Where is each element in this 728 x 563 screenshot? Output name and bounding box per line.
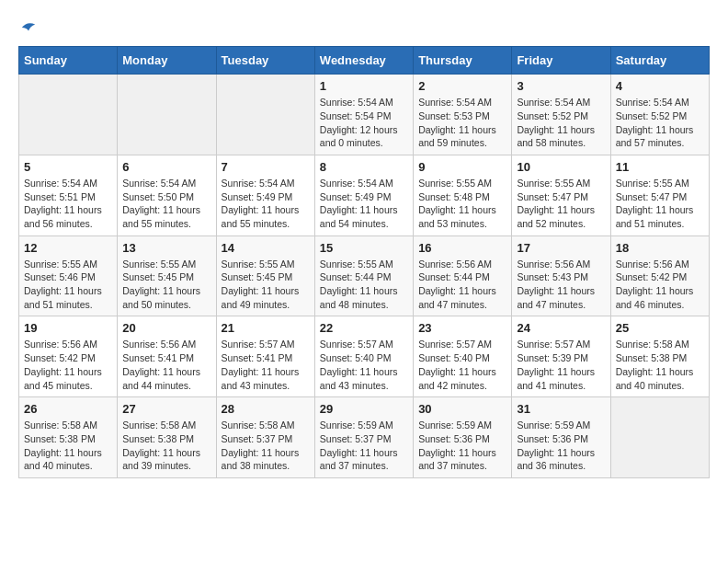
day-info: Sunrise: 5:55 AMSunset: 5:44 PMDaylight:… [320, 258, 408, 312]
day-info: Sunrise: 5:54 AMSunset: 5:53 PMDaylight:… [418, 96, 506, 150]
calendar-cell: 2Sunrise: 5:54 AMSunset: 5:53 PMDaylight… [414, 75, 512, 155]
calendar-cell [216, 75, 314, 155]
day-info: Sunrise: 5:55 AMSunset: 5:45 PMDaylight:… [222, 258, 310, 312]
day-info: Sunrise: 5:54 AMSunset: 5:52 PMDaylight:… [616, 96, 704, 150]
calendar-cell: 30Sunrise: 5:59 AMSunset: 5:36 PMDayligh… [414, 397, 512, 478]
day-info: Sunrise: 5:57 AMSunset: 5:40 PMDaylight:… [418, 338, 506, 392]
day-number: 27 [122, 402, 210, 416]
calendar-cell: 28Sunrise: 5:58 AMSunset: 5:37 PMDayligh… [216, 397, 314, 478]
day-number: 16 [418, 241, 506, 255]
day-info: Sunrise: 5:55 AMSunset: 5:46 PMDaylight:… [24, 258, 112, 312]
day-number: 15 [320, 241, 408, 255]
calendar-cell: 15Sunrise: 5:55 AMSunset: 5:44 PMDayligh… [314, 236, 413, 316]
calendar-cell: 21Sunrise: 5:57 AMSunset: 5:41 PMDayligh… [216, 316, 314, 397]
calendar-cell: 29Sunrise: 5:59 AMSunset: 5:37 PMDayligh… [314, 397, 413, 478]
calendar-cell: 3Sunrise: 5:54 AMSunset: 5:52 PMDaylight… [512, 75, 610, 155]
day-number: 25 [616, 321, 704, 335]
day-number: 1 [320, 79, 408, 93]
weekday-header-sunday: Sunday [19, 47, 118, 75]
calendar-cell: 10Sunrise: 5:55 AMSunset: 5:47 PMDayligh… [512, 155, 610, 236]
calendar-cell [610, 397, 709, 478]
day-info: Sunrise: 5:58 AMSunset: 5:38 PMDaylight:… [616, 338, 704, 392]
weekday-header-wednesday: Wednesday [314, 47, 413, 75]
logo [18, 18, 37, 37]
day-info: Sunrise: 5:58 AMSunset: 5:38 PMDaylight:… [122, 419, 210, 473]
weekday-header-tuesday: Tuesday [216, 47, 314, 75]
day-info: Sunrise: 5:58 AMSunset: 5:38 PMDaylight:… [24, 419, 112, 473]
calendar-cell: 7Sunrise: 5:54 AMSunset: 5:49 PMDaylight… [216, 155, 314, 236]
calendar-cell: 26Sunrise: 5:58 AMSunset: 5:38 PMDayligh… [19, 397, 118, 478]
day-number: 14 [222, 241, 310, 255]
day-number: 2 [418, 79, 506, 93]
day-number: 26 [24, 402, 112, 416]
calendar-cell: 4Sunrise: 5:54 AMSunset: 5:52 PMDaylight… [610, 75, 709, 155]
day-number: 21 [222, 321, 310, 335]
calendar-cell: 23Sunrise: 5:57 AMSunset: 5:40 PMDayligh… [414, 316, 512, 397]
weekday-header-monday: Monday [118, 47, 216, 75]
day-number: 9 [418, 160, 506, 174]
calendar-cell: 13Sunrise: 5:55 AMSunset: 5:45 PMDayligh… [118, 236, 216, 316]
day-number: 18 [616, 241, 704, 255]
day-number: 19 [24, 321, 112, 335]
day-info: Sunrise: 5:57 AMSunset: 5:41 PMDaylight:… [222, 338, 310, 392]
calendar-cell: 8Sunrise: 5:54 AMSunset: 5:49 PMDaylight… [314, 155, 413, 236]
day-number: 20 [122, 321, 210, 335]
day-info: Sunrise: 5:59 AMSunset: 5:37 PMDaylight:… [320, 419, 408, 473]
day-info: Sunrise: 5:55 AMSunset: 5:45 PMDaylight:… [122, 258, 210, 312]
logo-text [18, 18, 37, 40]
day-info: Sunrise: 5:55 AMSunset: 5:47 PMDaylight:… [616, 177, 704, 231]
day-info: Sunrise: 5:59 AMSunset: 5:36 PMDaylight:… [517, 419, 605, 473]
day-info: Sunrise: 5:57 AMSunset: 5:39 PMDaylight:… [517, 338, 605, 392]
day-number: 17 [517, 241, 605, 255]
day-number: 30 [418, 402, 506, 416]
calendar-week-row: 1Sunrise: 5:54 AMSunset: 5:54 PMDaylight… [19, 75, 710, 155]
calendar-cell: 22Sunrise: 5:57 AMSunset: 5:40 PMDayligh… [314, 316, 413, 397]
calendar-cell: 19Sunrise: 5:56 AMSunset: 5:42 PMDayligh… [19, 316, 118, 397]
page-header [18, 18, 710, 37]
calendar-cell: 24Sunrise: 5:57 AMSunset: 5:39 PMDayligh… [512, 316, 610, 397]
calendar-cell: 25Sunrise: 5:58 AMSunset: 5:38 PMDayligh… [610, 316, 709, 397]
day-number: 13 [122, 241, 210, 255]
calendar-cell: 6Sunrise: 5:54 AMSunset: 5:50 PMDaylight… [118, 155, 216, 236]
calendar-cell: 16Sunrise: 5:56 AMSunset: 5:44 PMDayligh… [414, 236, 512, 316]
day-info: Sunrise: 5:54 AMSunset: 5:51 PMDaylight:… [24, 177, 112, 231]
day-number: 10 [517, 160, 605, 174]
day-number: 28 [222, 402, 310, 416]
day-info: Sunrise: 5:56 AMSunset: 5:41 PMDaylight:… [122, 338, 210, 392]
calendar-cell: 27Sunrise: 5:58 AMSunset: 5:38 PMDayligh… [118, 397, 216, 478]
calendar-week-row: 19Sunrise: 5:56 AMSunset: 5:42 PMDayligh… [19, 316, 710, 397]
day-info: Sunrise: 5:56 AMSunset: 5:42 PMDaylight:… [24, 338, 112, 392]
weekday-header-saturday: Saturday [610, 47, 709, 75]
day-number: 11 [616, 160, 704, 174]
calendar-cell: 20Sunrise: 5:56 AMSunset: 5:41 PMDayligh… [118, 316, 216, 397]
day-number: 4 [616, 79, 704, 93]
calendar-cell: 5Sunrise: 5:54 AMSunset: 5:51 PMDaylight… [19, 155, 118, 236]
calendar-cell: 9Sunrise: 5:55 AMSunset: 5:48 PMDaylight… [414, 155, 512, 236]
day-info: Sunrise: 5:55 AMSunset: 5:47 PMDaylight:… [517, 177, 605, 231]
calendar-week-row: 5Sunrise: 5:54 AMSunset: 5:51 PMDaylight… [19, 155, 710, 236]
calendar-week-row: 26Sunrise: 5:58 AMSunset: 5:38 PMDayligh… [19, 397, 710, 478]
calendar-table: SundayMondayTuesdayWednesdayThursdayFrid… [18, 46, 710, 478]
day-info: Sunrise: 5:54 AMSunset: 5:49 PMDaylight:… [222, 177, 310, 231]
day-info: Sunrise: 5:58 AMSunset: 5:37 PMDaylight:… [222, 419, 310, 473]
calendar-cell: 18Sunrise: 5:56 AMSunset: 5:42 PMDayligh… [610, 236, 709, 316]
day-number: 7 [222, 160, 310, 174]
day-number: 31 [517, 402, 605, 416]
calendar-cell: 1Sunrise: 5:54 AMSunset: 5:54 PMDaylight… [314, 75, 413, 155]
day-info: Sunrise: 5:54 AMSunset: 5:54 PMDaylight:… [320, 96, 408, 150]
day-info: Sunrise: 5:54 AMSunset: 5:52 PMDaylight:… [517, 96, 605, 150]
day-info: Sunrise: 5:54 AMSunset: 5:49 PMDaylight:… [320, 177, 408, 231]
day-info: Sunrise: 5:55 AMSunset: 5:48 PMDaylight:… [418, 177, 506, 231]
calendar-cell: 12Sunrise: 5:55 AMSunset: 5:46 PMDayligh… [19, 236, 118, 316]
day-info: Sunrise: 5:59 AMSunset: 5:36 PMDaylight:… [418, 419, 506, 473]
day-number: 23 [418, 321, 506, 335]
day-info: Sunrise: 5:56 AMSunset: 5:42 PMDaylight:… [616, 258, 704, 312]
logo-bird-icon [20, 19, 37, 36]
calendar-cell [19, 75, 118, 155]
day-info: Sunrise: 5:57 AMSunset: 5:40 PMDaylight:… [320, 338, 408, 392]
day-info: Sunrise: 5:54 AMSunset: 5:50 PMDaylight:… [122, 177, 210, 231]
day-number: 8 [320, 160, 408, 174]
weekday-header-row: SundayMondayTuesdayWednesdayThursdayFrid… [19, 47, 710, 75]
day-number: 12 [24, 241, 112, 255]
calendar-cell: 31Sunrise: 5:59 AMSunset: 5:36 PMDayligh… [512, 397, 610, 478]
